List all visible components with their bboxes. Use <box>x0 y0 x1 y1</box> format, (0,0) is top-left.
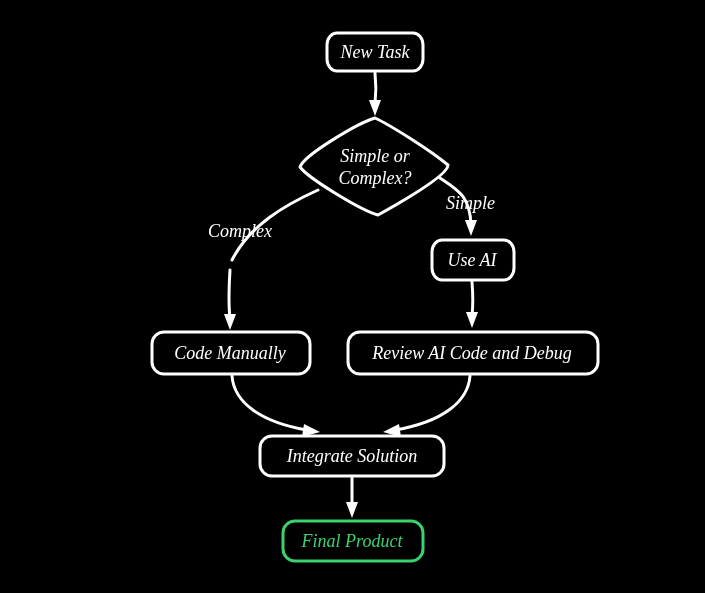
node-code-manually-label: Code Manually <box>174 343 285 363</box>
node-decision-line2: Complex? <box>339 168 412 188</box>
node-use-ai-label: Use AI <box>447 250 497 270</box>
node-new-task-label: New Task <box>340 42 411 62</box>
edge-complex-label: Complex <box>208 221 272 241</box>
edge-decision-simple: Simple <box>440 178 495 236</box>
edge-review-to-integrate <box>383 376 470 437</box>
flowchart-canvas: New Task Simple or Complex? Simple Use A… <box>0 0 705 593</box>
edge-useai-to-review <box>466 282 478 328</box>
node-final-product-label: Final Product <box>301 531 404 551</box>
svg-marker-1 <box>369 100 381 116</box>
node-use-ai: Use AI <box>432 240 514 280</box>
svg-marker-4 <box>466 312 478 328</box>
node-integrate: Integrate Solution <box>260 436 444 476</box>
node-review-label: Review AI Code and Debug <box>371 343 572 363</box>
node-final-product: Final Product <box>283 521 423 561</box>
svg-marker-2 <box>465 220 477 236</box>
node-code-manually: Code Manually <box>152 332 310 374</box>
edge-simple-label: Simple <box>446 193 495 213</box>
node-integrate-label: Integrate Solution <box>286 446 417 466</box>
node-new-task: New Task <box>327 33 423 71</box>
svg-marker-5 <box>224 314 236 330</box>
edge-integrate-to-final <box>346 478 358 518</box>
edge-manual-to-integrate <box>232 376 320 437</box>
edge-decision-complex: Complex <box>208 190 318 330</box>
node-review: Review AI Code and Debug <box>348 332 598 374</box>
svg-marker-11 <box>346 502 358 518</box>
node-decision-line1: Simple or <box>340 146 410 166</box>
edge-newtask-to-decision <box>369 73 381 116</box>
node-decision: Simple or Complex? <box>300 118 448 215</box>
